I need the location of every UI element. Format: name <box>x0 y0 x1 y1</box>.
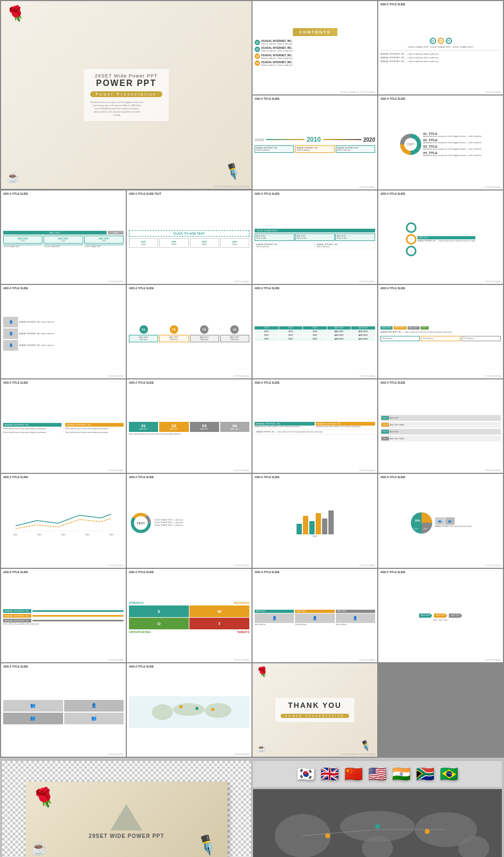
timeline-bar <box>266 139 305 140</box>
step-1: 01 <box>430 38 436 44</box>
th-4: ADD TEXT <box>327 326 351 330</box>
slide-18-label: ADD A TITLE SLIDE <box>3 475 28 479</box>
circle-text: ASADAL INTERNET, INC. — Click to add tex… <box>418 240 475 242</box>
slide-16-label: ADD A TITLE SLIDE <box>255 381 280 384</box>
mockup-coffee: ☕ <box>31 841 47 856</box>
biz-photo-3: 👥 <box>3 713 63 724</box>
copyright-22: COPYRIGHT ASADAL. <box>108 659 124 661</box>
mockup-rose: 🌹 <box>30 784 59 812</box>
copyright-25: COPYRIGHT ASADAL. <box>485 659 501 661</box>
two-head-2: ASADAL INTERNET, INC. <box>316 422 376 426</box>
people-photo-2: 👥 <box>445 517 455 525</box>
threats-label: THREATS <box>237 630 249 634</box>
thankyou-rose: 🌹 <box>256 664 270 679</box>
list-row-3: ASADAL INTERNET, INC. <box>3 619 124 622</box>
circle-flow-1: ○ <box>406 222 416 233</box>
add-box-1: ADD TEXT <box>129 238 158 248</box>
photo-3: 👤 <box>336 613 375 623</box>
add-box-2: ADD TEXT <box>159 238 188 248</box>
slide-3-body1: ASADAL INTERNET, INC. — click to add tex… <box>380 53 501 55</box>
slide-13-text: ASADAL INTERNET, INC. — click to add mor… <box>380 331 501 334</box>
chart-label-5: TEXT <box>109 534 114 536</box>
svg-point-13 <box>195 707 198 710</box>
text-person-3: ASADAL INTERNET, INC. click to add text <box>19 344 124 347</box>
timeline-item-3: ASADAL INTERNET, INC.Click to add text <box>336 145 375 153</box>
content-text-1: Click to add text. Click to add text. <box>261 42 293 45</box>
donut-container: TEXT <box>129 511 153 535</box>
slide-8-label: ADD A TITLE SLIDE <box>255 192 280 195</box>
box-c: TEXT add here <box>462 336 501 341</box>
biz-photo-1: 👥 <box>3 700 63 712</box>
slide-22-label: ADD A TITLE SLIDE <box>3 570 28 574</box>
two-head-text-2: asadal internet inc click to add text. c… <box>316 426 376 428</box>
pie-text-4: Asadal has been running one of the bigge… <box>423 154 482 157</box>
people-photo-1: 👥 <box>435 517 445 525</box>
step-num-2: 02 <box>170 325 178 334</box>
photo-placeholder-1: 👤 <box>3 317 18 327</box>
arrow-3: ADD TEXT <box>449 613 462 618</box>
chart-label-4: TEXT <box>85 534 90 536</box>
add-text-btn-1: ADD-TEXT <box>3 231 107 235</box>
line-chart-svg <box>3 510 124 531</box>
text-person-1: ASADAL INTERNET, INC. click to add text <box>19 321 124 323</box>
step-box-3: ADD TEXTclick here <box>190 335 219 342</box>
tag-2: ADD TEXT <box>394 326 406 330</box>
copyright-2: COPYRIGHT ASADAL. ALL RIGHTS RESERVED. <box>340 91 376 93</box>
step-num-1: 01 <box>140 325 148 334</box>
copyright-23: COPYRIGHT ASADAL. <box>233 659 250 661</box>
td-12: TEXT <box>279 337 303 341</box>
slide-23: ADD A TITLE SLIDE STRENGTH WEAKNESS S W … <box>127 569 251 662</box>
copyright-4: COPYRIGHT ASADAL. <box>359 186 376 188</box>
slide-12: ADD A TITLE SLIDE TEXT TEXT TEXT ADD TEX… <box>253 285 377 378</box>
th-3: TEXT <box>303 326 327 330</box>
nb-4: 04 ADD TEXT <box>220 422 249 432</box>
step-box-4: ADD TEXTclick here <box>220 335 249 342</box>
mockup-pen: ✒️ <box>194 832 221 857</box>
th-1: TEXT <box>255 326 279 330</box>
box-a: TEXT add here <box>380 336 420 341</box>
donut-label-3: CLICK TO ADD TEXT — click here <box>154 524 249 526</box>
slide-14: ADD A TITLE SLIDE ASADAL INTERNET, INC. … <box>1 379 126 473</box>
box-b: TEXT add here <box>421 336 460 341</box>
td-10: ADD TEXT <box>351 334 375 337</box>
svg-point-24 <box>425 829 430 834</box>
content-text-4: Click to add text. Click to add text. <box>261 64 293 66</box>
two-col-header-2: ASADAL INTERNET, INC. <box>65 423 124 427</box>
flag-china: 🇨🇳 <box>344 765 363 783</box>
step-num-3: 03 <box>200 325 208 334</box>
thank-you-text: THANK YOU <box>281 701 349 709</box>
step-2: 02 <box>438 38 444 44</box>
step-3: 03 <box>446 38 452 44</box>
copyright-27: COPYRIGHT ASADAL. <box>233 754 250 756</box>
slide-10: ADD A TITLE SLIDE 👤 ASADAL INTERNET, INC… <box>1 285 126 378</box>
slide-8: ADD A TITLE SLIDE CLICK TO ADD TEXT ADD … <box>253 191 377 284</box>
copyright-7: COPYRIGHT ASADAL. <box>233 281 250 283</box>
slide-7: ADD A TITLE SLIDE TEXT CLICK TO ADD TEXT… <box>127 191 251 284</box>
text-item-3: • CLICK TO ADD TEXT <box>84 245 124 248</box>
step-box-1: ADD TEXTclick here <box>129 335 158 342</box>
hline-box-1: TEXT ADD TEXT <box>380 415 501 421</box>
photo-placeholder-2: 👤 <box>3 328 18 339</box>
copyright-5: COPYRIGHT ASADAL. <box>485 186 501 188</box>
td-8: TEXT <box>303 334 327 337</box>
td-6: TEXT <box>255 334 279 337</box>
svg-point-14 <box>211 708 214 711</box>
td-4: ADD TEXT <box>327 330 351 333</box>
text-item-2: • CLICK TO ADD TEXT <box>44 245 83 248</box>
green-detail-1: ASADAL INTERNET, INC.click to add text <box>255 242 315 249</box>
slide-10-label: ADD A TITLE SLIDE <box>3 287 28 290</box>
slide-6: ADD A TITLE SLIDE ADD-TEXT TEXT ADD TEXT… <box>1 191 126 284</box>
mockup-title: 29SET WIDE POWER PPT <box>89 833 164 839</box>
chart-label-2: TEXT <box>37 534 41 536</box>
strength-label: STRENGTH <box>129 601 144 604</box>
content-num-1: 01 <box>255 40 260 45</box>
td-14: ADD TEXT <box>327 337 351 341</box>
biz-photo-4: 👥 <box>64 713 124 724</box>
copyright-16: COPYRIGHT ASADAL. <box>359 470 376 472</box>
hline-box-2: TEXT ADD TEXT HERE <box>380 422 501 428</box>
bar-chart-label: TEXT <box>312 535 317 538</box>
add-text-circle: ADD TEXT <box>418 236 475 239</box>
td-1: TEXT <box>255 330 279 333</box>
copyright-15: COPYRIGHT ASADAL. <box>233 470 250 472</box>
cover-main-title: POWER PPT <box>90 79 162 88</box>
